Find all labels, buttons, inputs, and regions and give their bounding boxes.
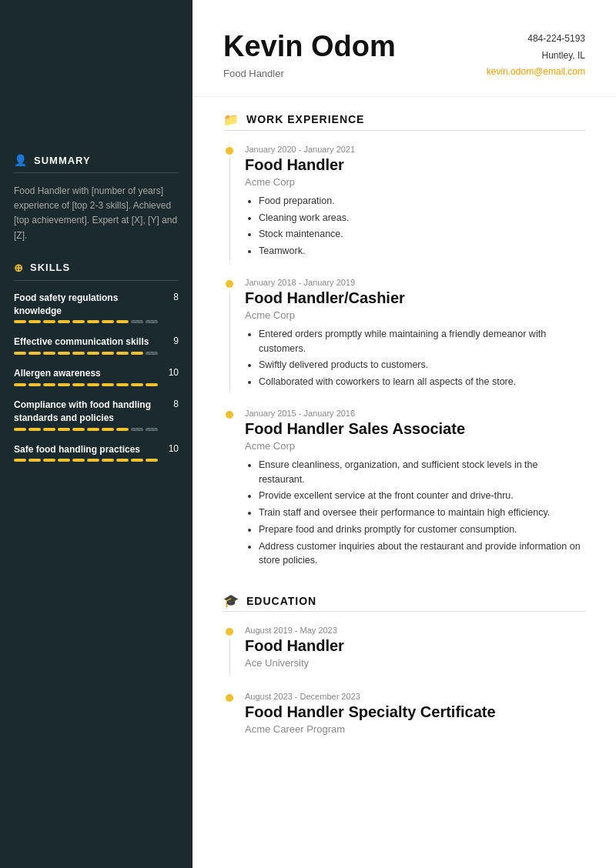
summary-divider <box>14 172 179 173</box>
skill-item: Allergen awareness10 <box>14 367 179 386</box>
skill-item: Effective communication skills9 <box>14 336 179 355</box>
summary-title-row: 👤 SUMMARY <box>14 154 179 166</box>
entry-title: Food Handler <box>245 637 585 655</box>
summary-section: 👤 SUMMARY Food Handler with [number of y… <box>14 154 179 243</box>
entry-org: Acme Corp <box>245 176 585 188</box>
skill-bar-filled <box>28 320 41 323</box>
entry-date: January 2020 - January 2021 <box>245 145 585 154</box>
skill-bar-filled <box>43 383 55 386</box>
skill-header: Effective communication skills9 <box>14 336 179 349</box>
skill-bar-filled <box>87 459 99 462</box>
skills-title-row: ⊕ SKILLS <box>14 262 179 274</box>
skill-score: 10 <box>169 443 179 454</box>
education-entries-list: August 2019 - May 2023Food HandlerAce Un… <box>223 626 585 741</box>
sidebar: 👤 SUMMARY Food Handler with [number of y… <box>0 0 192 868</box>
skill-bar-filled <box>28 459 41 462</box>
entry-org: Acme Corp <box>245 309 585 321</box>
skill-bar-filled <box>102 352 114 355</box>
skill-name: Allergen awareness <box>14 367 162 380</box>
education-title-row: 🎓 EDUCATION <box>223 593 585 608</box>
skill-header: Food safety regulations knowledge8 <box>14 292 179 318</box>
skill-item: Safe food handling practices10 <box>14 443 179 462</box>
list-item: Swiftly delivered products to customers. <box>259 358 585 372</box>
list-item: Prepare food and drinks promptly for cus… <box>259 522 585 537</box>
skill-name: Safe food handling practices <box>14 443 162 456</box>
skill-bar-filled <box>116 320 129 323</box>
candidate-phone: 484-224-5193 <box>487 31 585 48</box>
skills-divider <box>14 280 179 281</box>
main-content: Kevin Odom Food Handler 484-224-5193 Hun… <box>192 0 616 868</box>
skill-bar <box>14 428 179 431</box>
timeline-content: January 2018 - January 2019Food Handler/… <box>245 278 585 392</box>
work-entry: January 2020 - January 2021Food HandlerA… <box>223 145 585 261</box>
skill-bar-filled <box>72 428 85 431</box>
skill-bar-filled <box>58 459 70 462</box>
timeline-dot <box>226 147 233 155</box>
list-item: Provide excellent service at the front c… <box>259 489 585 503</box>
skill-bar-filled <box>131 352 143 355</box>
skill-bar-empty <box>146 352 158 355</box>
skills-icon: ⊕ <box>14 262 24 274</box>
skills-list: Food safety regulations knowledge8Effect… <box>14 292 179 462</box>
entry-org: Ace University <box>245 657 585 669</box>
education-icon: 🎓 <box>223 593 239 608</box>
timeline-dot <box>226 694 233 702</box>
list-item: Address customer inquiries about the res… <box>259 539 585 569</box>
skill-name: Compliance with food handling standards … <box>14 399 167 425</box>
entry-date: August 2019 - May 2023 <box>245 626 585 635</box>
list-item: Cleaning work areas. <box>259 211 585 225</box>
skill-bar-filled <box>58 320 70 323</box>
skill-bar-filled <box>58 383 70 386</box>
entry-title: Food Handler Sales Associate <box>245 420 585 438</box>
skill-bar-filled <box>43 459 55 462</box>
skill-bar-filled <box>87 428 99 431</box>
work-entry: January 2015 - January 2016Food Handler … <box>223 409 585 570</box>
skill-bar-filled <box>72 320 85 323</box>
skill-bar-filled <box>146 459 158 462</box>
entry-bullets: Food preparation.Cleaning work areas.Sto… <box>245 194 585 259</box>
entry-org: Acme Career Program <box>245 723 585 735</box>
candidate-location: Huntley, IL <box>487 48 585 65</box>
list-item: Collaborated with coworkers to learn all… <box>259 375 585 389</box>
entry-title: Food Handler/Cashier <box>245 289 585 307</box>
candidate-email: kevin.odom@email.com <box>487 64 585 81</box>
list-item: Train staff and oversee their performanc… <box>259 506 585 520</box>
work-experience-section: 📁 WORK EXPERIENCE January 2020 - January… <box>192 112 616 570</box>
skill-bar-filled <box>43 428 55 431</box>
skill-bar-filled <box>102 428 114 431</box>
entry-bullets: Entered orders promptly while maintainin… <box>245 327 585 389</box>
skill-header: Safe food handling practices10 <box>14 443 179 456</box>
list-item: Food preparation. <box>259 194 585 209</box>
list-item: Teamwork. <box>259 244 585 259</box>
work-entries-list: January 2020 - January 2021Food HandlerA… <box>223 145 585 570</box>
entry-bullets: Ensure cleanliness, organization, and su… <box>245 458 585 568</box>
person-icon: 👤 <box>14 154 28 166</box>
skill-bar <box>14 383 179 386</box>
timeline-dot <box>226 280 233 288</box>
work-entry: January 2018 - January 2019Food Handler/… <box>223 278 585 392</box>
work-experience-icon: 📁 <box>223 112 239 127</box>
skill-bar-filled <box>58 428 70 431</box>
skill-bar <box>14 352 179 355</box>
timeline-line <box>229 158 230 261</box>
skill-bar-filled <box>28 428 41 431</box>
entry-org: Acme Corp <box>245 440 585 452</box>
timeline-line <box>229 291 230 392</box>
skill-header: Compliance with food handling standards … <box>14 399 179 425</box>
skill-bar-filled <box>102 320 114 323</box>
skill-bar-filled <box>116 383 129 386</box>
skill-score: 10 <box>169 367 179 378</box>
entry-date: January 2015 - January 2016 <box>245 409 585 418</box>
skill-bar-filled <box>14 352 26 355</box>
education-entry: August 2019 - May 2023Food HandlerAce Un… <box>223 626 585 675</box>
skill-bar-filled <box>72 352 85 355</box>
candidate-job-title: Food Handler <box>223 68 396 79</box>
skill-bar-filled <box>43 320 55 323</box>
skill-header: Allergen awareness10 <box>14 367 179 380</box>
skill-bar-filled <box>28 352 41 355</box>
education-title: EDUCATION <box>246 595 316 607</box>
timeline-left <box>223 626 236 675</box>
work-experience-divider <box>223 130 585 131</box>
timeline-line <box>229 639 230 675</box>
skill-bar-filled <box>72 383 85 386</box>
